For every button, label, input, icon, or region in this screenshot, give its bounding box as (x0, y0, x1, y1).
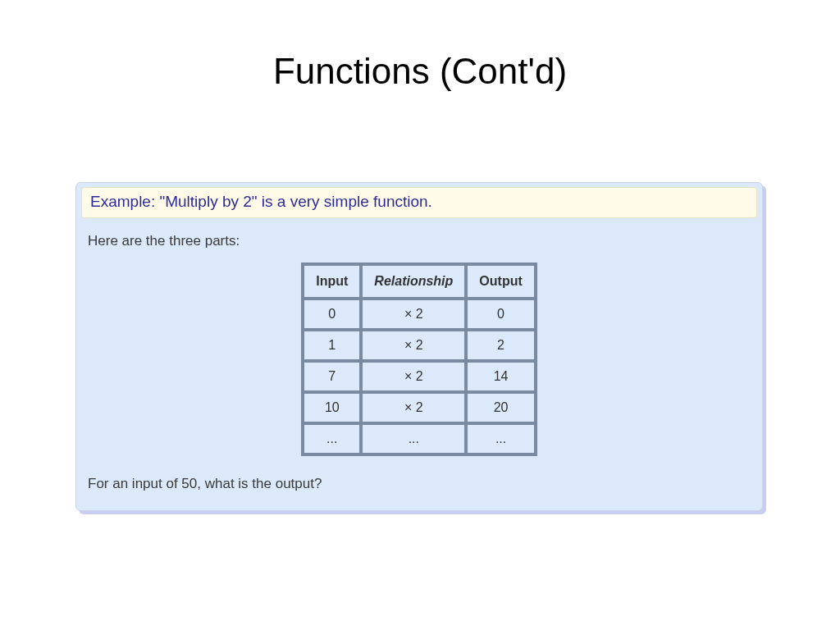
cell-rel: × 2 (362, 393, 465, 422)
header-output: Output (467, 265, 534, 298)
table-row: 0 × 2 0 (304, 299, 535, 329)
table-row: 7 × 2 14 (304, 362, 535, 391)
header-input: Input (304, 265, 360, 298)
table-wrap: Input Relationship Output 0 × 2 0 1 (76, 258, 762, 464)
page-title: Functions (Cont'd) (0, 0, 840, 92)
table-header-row: Input Relationship Output (304, 265, 535, 298)
example-panel: Example: "Multiply by 2" is a very simpl… (75, 182, 763, 511)
cell-output: 14 (467, 362, 534, 391)
slide: Functions (Cont'd) Example: "Multiply by… (0, 0, 840, 630)
cell-input: ... (304, 424, 360, 454)
intro-text: Here are the three parts: (76, 218, 762, 258)
cell-input: 0 (304, 299, 360, 329)
cell-output: 0 (467, 299, 534, 329)
cell-input: 7 (304, 362, 360, 391)
table-row: ... ... ... (304, 424, 535, 454)
function-table: Input Relationship Output 0 × 2 0 1 (301, 262, 537, 456)
cell-rel: × 2 (362, 331, 465, 360)
cell-rel: × 2 (362, 299, 465, 329)
cell-output: 20 (467, 393, 534, 422)
table-row: 1 × 2 2 (304, 331, 535, 360)
example-heading: Example: "Multiply by 2" is a very simpl… (81, 187, 757, 218)
cell-input: 10 (304, 393, 360, 422)
cell-output: 2 (467, 331, 534, 360)
header-relationship: Relationship (362, 265, 465, 298)
question-text: For an input of 50, what is the output? (76, 464, 762, 492)
cell-input: 1 (304, 331, 360, 360)
table-row: 10 × 2 20 (304, 393, 535, 422)
cell-rel: × 2 (362, 362, 465, 391)
cell-rel: ... (362, 424, 465, 454)
example-panel-outer: Example: "Multiply by 2" is a very simpl… (75, 182, 763, 511)
cell-output: ... (467, 424, 534, 454)
